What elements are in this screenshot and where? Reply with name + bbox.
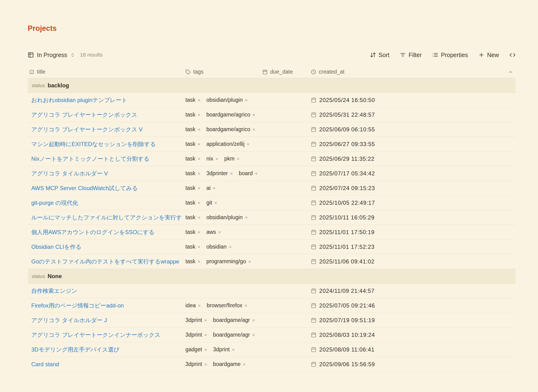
tag-remove-icon[interactable]: × xyxy=(245,303,248,308)
row-title-link[interactable]: マシン起動時にEXITEDなセッションを削除する xyxy=(28,137,183,151)
row-title-link[interactable]: Obsidian CLIを作る xyxy=(28,240,183,254)
tag-remove-icon[interactable]: × xyxy=(197,156,200,162)
tag-chip[interactable]: boardgame/agr× xyxy=(213,317,255,323)
tag-chip[interactable]: task× xyxy=(185,126,200,133)
tag-chip[interactable]: 3dprint× xyxy=(185,317,207,323)
row-title-link[interactable]: アグリコラ プレイヤートークンボックス xyxy=(28,107,183,122)
tag-remove-icon[interactable]: × xyxy=(215,156,218,162)
tag-chip[interactable]: obsidian× xyxy=(206,244,232,250)
tag-chip[interactable]: task× xyxy=(185,185,200,191)
row-due-date[interactable] xyxy=(261,166,308,181)
row-title-link[interactable]: ルールにマッチしたファイルに対してアクションを実行す xyxy=(28,210,183,225)
group-header[interactable]: status backlog xyxy=(28,78,515,93)
row-title-link[interactable]: Nixノートをアトミックノートとして分割する xyxy=(28,151,183,166)
tag-remove-icon[interactable]: × xyxy=(197,229,200,235)
tag-remove-icon[interactable]: × xyxy=(197,259,200,264)
column-header-tags[interactable]: tags xyxy=(183,69,261,75)
row-due-date[interactable] xyxy=(261,225,308,239)
tag-remove-icon[interactable]: × xyxy=(248,259,251,264)
tag-remove-icon[interactable]: × xyxy=(253,127,255,132)
row-title-link[interactable]: アグリコラ タイルホルダー J xyxy=(28,313,183,327)
group-header[interactable]: status None xyxy=(28,269,515,284)
row-due-date[interactable] xyxy=(261,328,308,342)
row-due-date[interactable] xyxy=(261,137,308,151)
tag-chip[interactable]: ai× xyxy=(206,185,215,191)
properties-button[interactable]: Properties xyxy=(432,51,468,58)
tag-chip[interactable]: pkm× xyxy=(224,155,240,162)
row-due-date[interactable] xyxy=(261,342,308,357)
column-header-title[interactable]: f title xyxy=(28,69,183,75)
tag-chip[interactable]: nix× xyxy=(206,155,218,162)
row-due-date[interactable] xyxy=(261,107,308,122)
tag-chip[interactable]: task× xyxy=(185,200,200,206)
tag-remove-icon[interactable]: × xyxy=(214,200,217,206)
row-due-date[interactable] xyxy=(261,181,308,195)
row-due-date[interactable] xyxy=(261,240,308,254)
tag-remove-icon[interactable]: × xyxy=(204,332,207,338)
filter-button[interactable]: Filter xyxy=(400,51,422,58)
row-due-date[interactable] xyxy=(261,313,308,327)
tag-chip[interactable]: task× xyxy=(185,97,200,103)
row-title-link[interactable]: 3Dモデリング用左手デバイス選び xyxy=(28,342,183,357)
tag-remove-icon[interactable]: × xyxy=(229,244,232,250)
column-header-due-date[interactable]: due_date xyxy=(261,69,308,75)
tag-remove-icon[interactable]: × xyxy=(245,97,248,103)
tag-chip[interactable]: 3dprint× xyxy=(185,332,207,338)
tag-remove-icon[interactable]: × xyxy=(252,317,255,323)
tag-remove-icon[interactable]: × xyxy=(197,185,200,191)
tag-remove-icon[interactable]: × xyxy=(197,244,200,250)
tag-chip[interactable]: task× xyxy=(185,214,200,221)
row-due-date[interactable] xyxy=(261,284,308,298)
tag-remove-icon[interactable]: × xyxy=(252,332,255,338)
column-header-created-at[interactable]: created_at xyxy=(308,69,515,75)
tag-chip[interactable]: 3dprint× xyxy=(213,346,235,353)
tag-remove-icon[interactable]: × xyxy=(197,97,200,103)
tag-chip[interactable]: git× xyxy=(206,200,217,206)
tag-chip[interactable]: aws× xyxy=(206,229,221,235)
tag-remove-icon[interactable]: × xyxy=(204,317,207,323)
row-title-link[interactable]: おれおれobsidian pluginテンプレート xyxy=(28,93,183,107)
row-due-date[interactable] xyxy=(261,254,308,269)
tag-chip[interactable]: 3dprinter× xyxy=(206,170,233,177)
row-title-link[interactable]: Card stand xyxy=(28,357,183,371)
tag-remove-icon[interactable]: × xyxy=(255,171,258,176)
row-title-link[interactable]: git-purge の現代化 xyxy=(28,196,183,210)
tag-remove-icon[interactable]: × xyxy=(197,112,200,118)
row-due-date[interactable] xyxy=(261,151,308,166)
tag-chip[interactable]: task× xyxy=(185,244,200,250)
tag-chip[interactable]: boardgame/agrico× xyxy=(206,112,255,118)
row-title-link[interactable]: 自作検索エンジン xyxy=(28,284,183,298)
row-due-date[interactable] xyxy=(261,196,308,210)
tag-remove-icon[interactable]: × xyxy=(213,185,215,191)
tag-chip[interactable]: boardgame× xyxy=(213,361,246,367)
tag-remove-icon[interactable]: × xyxy=(245,215,248,220)
tag-chip[interactable]: idea× xyxy=(185,302,201,309)
row-due-date[interactable] xyxy=(261,210,308,225)
tag-chip[interactable]: browser/firefox× xyxy=(207,302,248,309)
tag-remove-icon[interactable]: × xyxy=(237,156,240,162)
tag-remove-icon[interactable]: × xyxy=(204,361,207,367)
tag-chip[interactable]: task× xyxy=(185,229,200,235)
row-due-date[interactable] xyxy=(261,357,308,371)
tag-chip[interactable]: boardgame/agr× xyxy=(213,332,255,338)
code-view-button[interactable] xyxy=(509,52,515,58)
tag-remove-icon[interactable]: × xyxy=(230,171,233,176)
new-button[interactable]: New xyxy=(478,51,499,58)
tag-chip[interactable]: programming/go× xyxy=(206,258,251,265)
tag-chip[interactable]: 3dprint× xyxy=(185,361,207,367)
tag-remove-icon[interactable]: × xyxy=(197,215,200,220)
tag-remove-icon[interactable]: × xyxy=(197,171,200,176)
row-due-date[interactable] xyxy=(261,93,308,107)
tag-remove-icon[interactable]: × xyxy=(204,347,207,352)
row-due-date[interactable] xyxy=(261,122,308,137)
row-title-link[interactable]: AWS MCP Server CloudWatch試してみる xyxy=(28,181,183,195)
tag-remove-icon[interactable]: × xyxy=(243,361,246,367)
tag-chip[interactable]: application/zellij× xyxy=(206,141,249,147)
tag-chip[interactable]: task× xyxy=(185,258,200,265)
tag-chip[interactable]: task× xyxy=(185,141,200,147)
tag-remove-icon[interactable]: × xyxy=(232,347,235,352)
row-due-date[interactable] xyxy=(261,298,308,313)
tag-chip[interactable]: task× xyxy=(185,170,200,177)
tag-chip[interactable]: gadget× xyxy=(185,346,207,353)
sort-button[interactable]: Sort xyxy=(370,51,389,58)
